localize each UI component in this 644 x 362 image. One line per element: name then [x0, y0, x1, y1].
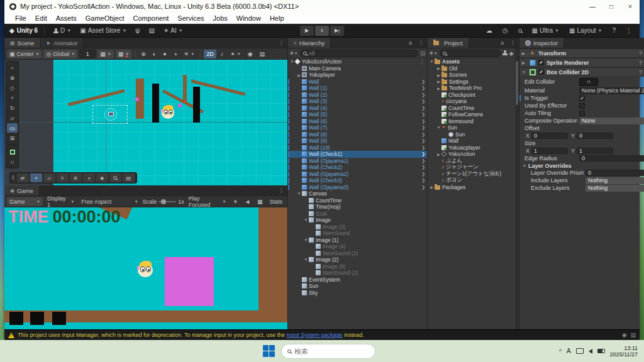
foldout-arrow-icon[interactable]: ▶	[522, 51, 527, 55]
quality-menu[interactable]: ▦Ultra▼	[530, 26, 562, 35]
scene-menu-icon[interactable]: ⋮	[419, 59, 425, 65]
tab-game[interactable]: ◉Game	[4, 185, 40, 195]
gizmos-position-button[interactable]: ⊕	[138, 50, 148, 58]
hierarchy-item[interactable]: Wall (4)❯	[288, 105, 427, 112]
game-viewport[interactable]: TIME 00:00:00	[4, 207, 287, 329]
layout-menu[interactable]: ▦Layout▼	[567, 26, 604, 35]
pause-button[interactable]: ‖	[315, 26, 329, 36]
hierarchy-item[interactable]: Wall (Check1)❯	[288, 151, 427, 158]
rect-tool[interactable]: ▭	[7, 123, 18, 133]
keyboard-icon[interactable]: ▦	[255, 197, 265, 206]
asset-store-menu[interactable]: ▣Asset Store▼	[77, 26, 129, 35]
scale-slider-knob[interactable]	[161, 199, 166, 204]
prefab-open-chevron[interactable]: ❯	[421, 132, 425, 137]
play-focused-dropdown[interactable]: Play Focused▼	[186, 197, 229, 206]
hierarchy-lock-icon[interactable]: a	[406, 38, 415, 48]
hierarchy-item[interactable]: Goal	[288, 211, 427, 217]
input-system-package-link[interactable]: Input System package	[287, 332, 343, 338]
prefab-open-chevron[interactable]: ❯	[421, 92, 425, 97]
hierarchy-item[interactable]: Image (6)	[288, 263, 427, 270]
hierarchy-item[interactable]: ▼YokoScrollAction⋮	[288, 58, 427, 65]
hierarchy-fullsearch-icon[interactable]: ⊡	[420, 50, 425, 57]
prefab-open-chevron[interactable]: ❯	[421, 119, 425, 124]
overflow-menu[interactable]: ⋮	[623, 26, 635, 35]
project-item[interactable]: Checkpoint	[428, 92, 519, 99]
taskbar-clock[interactable]: 13:11 2025/11/27	[610, 345, 638, 358]
hierarchy-item[interactable]: IItemSound (1)	[288, 250, 427, 257]
scene-object-wall-pillar[interactable]	[152, 84, 159, 123]
project-add-button[interactable]: +▼	[430, 50, 438, 57]
debug-bug-icon[interactable]: ✶	[231, 197, 241, 206]
hierarchy-item[interactable]: Wall (9)❯	[288, 138, 427, 145]
component-header-transform[interactable]: ▶Transform?≡⋮	[519, 48, 644, 58]
hierarchy-item[interactable]: Wall (Check2)❯	[288, 164, 427, 171]
scale-slider-track[interactable]	[158, 201, 176, 202]
scale-tool[interactable]: ▱	[7, 113, 18, 123]
history-button[interactable]: ◷	[500, 26, 511, 35]
snap-increment-button[interactable]: ▦▼	[116, 50, 131, 58]
status-console-icon[interactable]: ▤	[630, 332, 636, 338]
scene-object-wall-pillar[interactable]	[193, 87, 200, 123]
hierarchy-search-input[interactable]	[309, 50, 416, 57]
project-item[interactable]: ▶Scenes	[428, 72, 519, 79]
hierarchy-item[interactable]: ▶Yokoplayer	[288, 72, 427, 79]
network-icon[interactable]	[576, 348, 584, 354]
hierarchy-item[interactable]: Wall (Ojayama2)❯	[288, 171, 427, 178]
hierarchy-item[interactable]: CountTime	[288, 197, 427, 204]
taskbar-search-input[interactable]	[294, 348, 369, 355]
expand-arrow-icon[interactable]: ▼	[303, 258, 309, 261]
project-hidden-search-icon[interactable]	[502, 50, 508, 57]
scene-object-sun[interactable]: ✶	[182, 99, 187, 105]
prefab-open-chevron[interactable]: ❯	[421, 99, 425, 104]
foldout-layer-overrides[interactable]: ▼Layer Overrides	[519, 162, 644, 169]
prefab-open-chevron[interactable]: ❯	[421, 158, 425, 163]
scene-visibility-button[interactable]: ◉	[245, 50, 255, 58]
prefab-open-chevron[interactable]: ❯	[421, 172, 425, 177]
scene-light-button[interactable]: ☀▼	[181, 50, 197, 58]
dropdown-include-layers[interactable]: Nothing▼	[586, 177, 644, 184]
nav-zoom-button[interactable]: ▱	[43, 173, 55, 182]
battery-icon[interactable]	[597, 349, 605, 353]
prefab-open-chevron[interactable]: ❯	[421, 125, 425, 130]
checkbox-auto-tiling[interactable]	[579, 111, 585, 116]
ime-indicator[interactable]: A	[567, 348, 571, 354]
project-item[interactable]: Yokoacplayer	[428, 145, 519, 151]
project-search-input[interactable]	[448, 50, 497, 57]
foldout-arrow-icon[interactable]: ▼	[522, 70, 527, 74]
project-item[interactable]: ▶Settings	[428, 79, 519, 85]
scene-fx-button[interactable]: ✶▼	[228, 50, 243, 58]
x-field[interactable]: 1	[531, 148, 568, 154]
expand-arrow-icon[interactable]: ▼	[303, 238, 309, 242]
gizmo-pivot-tool[interactable]: ⊕	[7, 73, 18, 82]
checkbox-is-trigger[interactable]: ✓	[579, 96, 585, 101]
tab-scene[interactable]: ▦Scene	[4, 38, 41, 48]
expand-arrow-icon[interactable]: ▼	[289, 60, 295, 63]
project-item[interactable]: ▶TextMesh Pro	[428, 85, 519, 92]
scale-slider[interactable]: Scale 1x	[143, 199, 184, 205]
menu-help[interactable]: Help	[265, 13, 289, 23]
tool-handle-pivot[interactable]: ▣Center▼	[7, 50, 42, 58]
unity-version-badge[interactable]: ◆Unity 6	[9, 27, 38, 34]
package-manager-button[interactable]: ▤	[146, 26, 157, 35]
expand-arrow-icon[interactable]: ▶	[436, 86, 441, 90]
edit-collider-color-tool[interactable]	[7, 147, 18, 156]
menu-component[interactable]: Component	[128, 13, 173, 23]
shading-button[interactable]: ◐	[150, 50, 158, 58]
hierarchy-item[interactable]: ▼Image	[288, 217, 427, 224]
project-item[interactable]: ▼✶Sun	[428, 124, 519, 131]
menu-assets[interactable]: Assets	[52, 13, 81, 23]
display-dropdown[interactable]: Display 1▼	[45, 197, 77, 206]
view-hand-tool[interactable]: ◇	[7, 83, 18, 92]
tab-project[interactable]: Project	[428, 38, 469, 48]
help-icon[interactable]: ?	[639, 50, 642, 57]
search-button[interactable]	[516, 28, 525, 34]
move-tool[interactable]: +	[7, 93, 18, 102]
tray-expand-chevron[interactable]: ^	[559, 348, 562, 354]
number-field[interactable]: 0	[579, 155, 644, 162]
help-icon[interactable]: ?	[639, 60, 642, 66]
checkbox-used-by-effector[interactable]	[579, 103, 585, 109]
hierarchy-add-button[interactable]: +▼	[290, 50, 298, 57]
hierarchy-item[interactable]: Main Camera	[288, 65, 427, 72]
game-target-dropdown[interactable]: Game▼	[7, 197, 43, 206]
nav-cards-button[interactable]: ▤	[123, 173, 135, 182]
